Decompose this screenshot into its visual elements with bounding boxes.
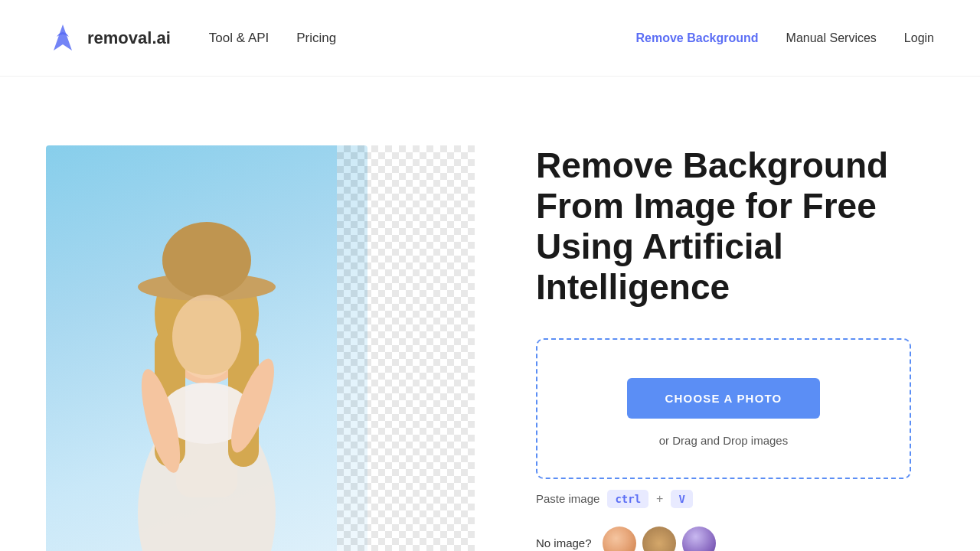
hero-photo-solid — [46, 145, 368, 551]
nav-right: Remove Background Manual Services Login — [636, 31, 934, 45]
logo-text: removal.ai — [87, 28, 171, 48]
logo-icon — [46, 21, 80, 55]
sample-thumbnails — [603, 527, 716, 551]
svg-point-7 — [162, 222, 251, 298]
sample-thumb-3[interactable] — [682, 527, 716, 551]
drop-zone[interactable]: CHOOSE A PHOTO or Drag and Drop images — [536, 338, 911, 479]
choose-photo-button[interactable]: CHOOSE A PHOTO — [627, 378, 821, 419]
svg-point-8 — [172, 295, 241, 379]
nav-pricing[interactable]: Pricing — [296, 31, 336, 46]
hero-content: Remove Background From Image for Free Us… — [475, 77, 934, 551]
nav-tool-api[interactable]: Tool & API — [209, 31, 269, 46]
nav-remove-background[interactable]: Remove Background — [636, 31, 759, 45]
nav-left: Tool & API Pricing — [209, 31, 636, 46]
navbar: removal.ai Tool & API Pricing Remove Bac… — [0, 0, 980, 77]
hero-section: Remove Background From Image for Free Us… — [0, 77, 980, 551]
hero-image — [46, 145, 475, 551]
ctrl-key-badge: ctrl — [607, 490, 648, 508]
paste-label: Paste image — [536, 492, 599, 505]
no-image-row: No image? — [536, 527, 934, 551]
woman-silhouette — [77, 176, 337, 551]
sample-thumb-2[interactable] — [642, 527, 676, 551]
no-image-text: No image? — [536, 536, 592, 549]
nav-manual-services[interactable]: Manual Services — [786, 31, 877, 45]
drag-drop-text: or Drag and Drop images — [659, 434, 788, 447]
plus-sign: + — [656, 492, 663, 506]
paste-row: Paste image ctrl + V — [536, 490, 934, 508]
nav-login[interactable]: Login — [904, 31, 934, 45]
v-key-badge: V — [671, 490, 692, 508]
hero-title: Remove Background From Image for Free Us… — [536, 145, 919, 308]
sample-thumb-1[interactable] — [603, 527, 636, 551]
logo-link[interactable]: removal.ai — [46, 21, 171, 55]
transparency-checker — [337, 145, 475, 551]
